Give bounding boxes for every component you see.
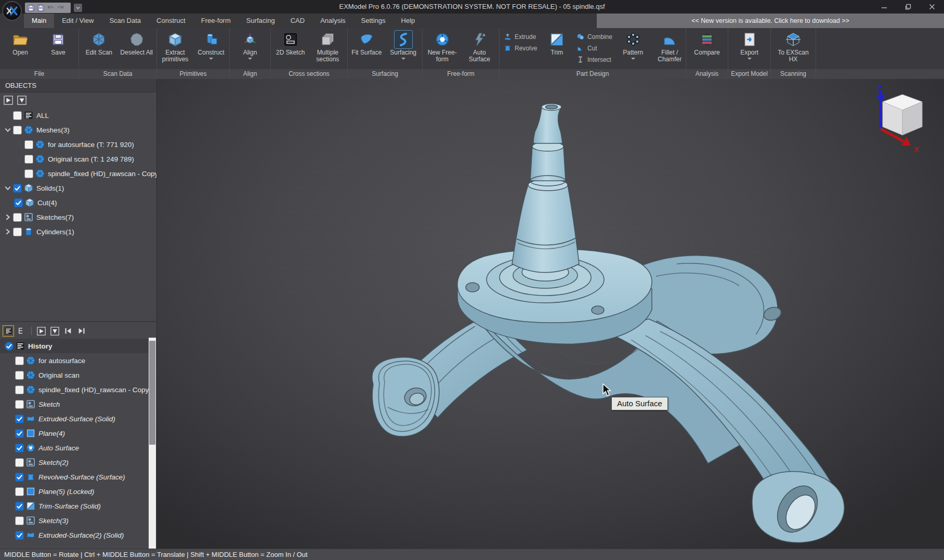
- align-button[interactable]: Align: [232, 31, 268, 60]
- new-free-form-button[interactable]: New Free-form: [425, 31, 460, 63]
- update-banner[interactable]: << New version is available. Click here …: [597, 14, 944, 28]
- trim-button[interactable]: Trim: [542, 31, 571, 56]
- tree-item-meshes[interactable]: Meshes(3): [0, 123, 156, 137]
- checkbox[interactable]: [13, 213, 22, 222]
- checkbox[interactable]: [15, 458, 24, 467]
- menu-analysis[interactable]: Analysis: [312, 14, 353, 28]
- align-dropdown-icon[interactable]: [248, 58, 252, 60]
- checkbox-checked[interactable]: [15, 473, 24, 482]
- history-item[interactable]: Original scan: [0, 368, 150, 382]
- tree-item-sketches[interactable]: Sketches(7): [0, 210, 156, 224]
- open-button[interactable]: Open: [3, 31, 38, 56]
- maximize-button[interactable]: [896, 0, 920, 14]
- history-list-view-icon[interactable]: [3, 326, 14, 336]
- history-item[interactable]: Plane(4): [0, 426, 150, 441]
- minimize-button[interactable]: [872, 0, 896, 14]
- history-skip-start-icon[interactable]: [63, 326, 73, 336]
- export-button[interactable]: Export: [732, 31, 767, 60]
- fit-surface-button[interactable]: Fit Surface: [349, 31, 384, 56]
- revolve-button[interactable]: Revolve: [504, 44, 537, 52]
- combine-button[interactable]: Combine: [576, 33, 612, 41]
- history-item[interactable]: Auto Surface: [0, 441, 150, 455]
- menu-free-form[interactable]: Free-form: [193, 14, 239, 28]
- construct-dropdown-icon[interactable]: [209, 58, 213, 60]
- panel-splitter[interactable]: [0, 321, 156, 322]
- checkbox[interactable]: [13, 228, 22, 236]
- checkbox-checked[interactable]: [14, 198, 23, 207]
- menu-main[interactable]: Main: [24, 14, 54, 28]
- menu-help[interactable]: Help: [394, 14, 423, 28]
- checkbox[interactable]: [15, 487, 24, 496]
- edit-scan-button[interactable]: Edit Scan: [81, 31, 116, 56]
- checkbox[interactable]: [15, 516, 24, 525]
- checkbox[interactable]: [13, 111, 22, 120]
- checkbox[interactable]: [15, 385, 24, 394]
- close-button[interactable]: [920, 0, 944, 14]
- auto-surface-button[interactable]: A Auto Surface: [462, 31, 497, 63]
- tree-item-spindle-fixed[interactable]: spindle_fixed (HD)_rawscan - Copy: [0, 166, 156, 181]
- menu-settings[interactable]: Settings: [353, 14, 394, 28]
- menu-surfacing[interactable]: Surfacing: [239, 14, 283, 28]
- checkbox[interactable]: [15, 371, 24, 380]
- checkbox-checked[interactable]: [15, 444, 24, 452]
- surfacing-button[interactable]: Surfacing: [386, 31, 421, 60]
- export-dropdown-icon[interactable]: [748, 58, 752, 60]
- viewport-3d[interactable]: z x Auto Surface: [157, 79, 944, 549]
- checkbox-checked[interactable]: [15, 502, 24, 511]
- chevron-down-icon[interactable]: [4, 126, 12, 134]
- construct-button[interactable]: Construct: [193, 31, 229, 60]
- cut-button[interactable]: Cut: [576, 44, 612, 52]
- checkbox[interactable]: [13, 126, 22, 135]
- checkbox[interactable]: [24, 140, 33, 149]
- history-scrollbar[interactable]: [149, 338, 156, 549]
- intersect-button[interactable]: Intersect: [576, 56, 612, 63]
- history-item[interactable]: Extruded-Surface (Solid): [0, 411, 150, 426]
- menu-cad[interactable]: CAD: [283, 14, 312, 28]
- history-item[interactable]: Plane(5) (Locked): [0, 484, 150, 499]
- history-skip-end-icon[interactable]: [76, 326, 87, 336]
- checkbox[interactable]: [24, 155, 33, 164]
- history-item[interactable]: Sketch: [0, 397, 150, 411]
- to-exscan-hx-button[interactable]: To EXScan HX: [776, 31, 811, 63]
- history-root-item[interactable]: History: [0, 339, 150, 353]
- history-item[interactable]: Sketch(2): [0, 455, 150, 470]
- tree-item-original-scan[interactable]: Original scan (T: 1 249 789): [0, 152, 156, 166]
- history-tree-view-icon[interactable]: [17, 326, 27, 336]
- save-button[interactable]: Save: [41, 31, 76, 56]
- surfacing-dropdown-icon[interactable]: [401, 58, 405, 60]
- deselect-all-button[interactable]: Deselect All: [119, 31, 154, 56]
- menu-edit-view[interactable]: Edit / View: [54, 14, 101, 28]
- history-filter-icon[interactable]: [49, 326, 60, 336]
- checkbox[interactable]: [24, 169, 33, 178]
- chevron-down-icon[interactable]: [4, 184, 12, 192]
- history-item[interactable]: Revolved-Surface (Surface): [0, 470, 150, 484]
- extrude-button[interactable]: Extrude: [504, 33, 537, 41]
- checkbox-checked[interactable]: [5, 342, 14, 351]
- chevron-right-icon[interactable]: [4, 213, 12, 221]
- pattern-dropdown-icon[interactable]: [631, 58, 635, 60]
- sketch-2d-button[interactable]: 2D Sketch: [273, 31, 308, 56]
- menu-construct[interactable]: Construct: [149, 14, 193, 28]
- checkbox-checked[interactable]: [15, 415, 24, 423]
- checkbox-checked[interactable]: [13, 184, 22, 193]
- tree-item-for-autosurface[interactable]: for autosurface (T: 771 920): [0, 137, 156, 152]
- checkbox-checked[interactable]: [15, 429, 24, 438]
- history-item[interactable]: spindle_fixed (HD)_rawscan - Copy: [0, 382, 150, 397]
- history-play-icon[interactable]: [36, 326, 46, 336]
- orientation-cube[interactable]: z x: [863, 81, 941, 159]
- history-item[interactable]: Sketch(3): [0, 513, 150, 528]
- tree-item-all[interactable]: ALL: [0, 108, 156, 123]
- expand-all-icon[interactable]: [3, 95, 14, 105]
- filter-icon[interactable]: [17, 95, 27, 105]
- tree-item-cylinders[interactable]: Cylinders(1): [0, 224, 156, 239]
- fillet-chamfer-button[interactable]: Fillet / Chamfer: [653, 31, 686, 63]
- app-logo-icon[interactable]: [2, 1, 22, 21]
- history-item[interactable]: Trim-Surface (Solid): [0, 499, 150, 513]
- checkbox-checked[interactable]: [15, 531, 24, 540]
- checkbox[interactable]: [15, 356, 24, 365]
- compare-button[interactable]: Compare: [689, 31, 725, 56]
- multiple-sections-button[interactable]: Multiple sections: [310, 31, 345, 63]
- spindle-model[interactable]: [157, 79, 944, 549]
- tree-item-cut[interactable]: Cut(4): [0, 195, 156, 210]
- pattern-button[interactable]: Pattern: [618, 31, 649, 60]
